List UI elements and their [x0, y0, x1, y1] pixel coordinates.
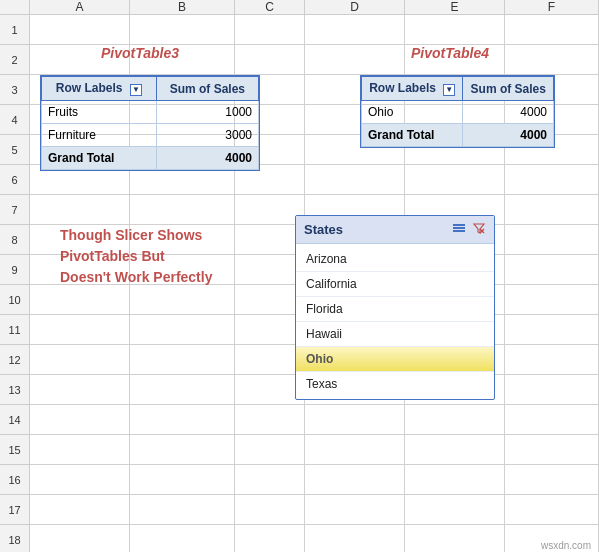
cell-16-A[interactable]: [30, 465, 130, 495]
cell-17-B[interactable]: [130, 495, 235, 525]
slicer-controls: [452, 221, 486, 238]
cell-7-F[interactable]: [505, 195, 599, 225]
cell-10-B[interactable]: [130, 285, 235, 315]
cell-1-E[interactable]: [405, 15, 505, 45]
row-num-1: 1: [0, 15, 30, 45]
cell-14-A[interactable]: [30, 405, 130, 435]
slicer-multiselect-icon[interactable]: [452, 221, 466, 238]
cell-6-F[interactable]: [505, 165, 599, 195]
pivot4-filter-icon[interactable]: ▼: [443, 84, 455, 96]
cell-7-B[interactable]: [130, 195, 235, 225]
slicer-item-texas[interactable]: Texas: [296, 372, 494, 396]
row-num-8: 8: [0, 225, 30, 255]
cell-2-C[interactable]: [235, 45, 305, 75]
cell-11-F[interactable]: [505, 315, 599, 345]
cell-10-F[interactable]: [505, 285, 599, 315]
cell-12-F[interactable]: [505, 345, 599, 375]
cell-18-E[interactable]: [405, 525, 505, 552]
cell-14-F[interactable]: [505, 405, 599, 435]
cell-18-D[interactable]: [305, 525, 405, 552]
col-header-a: A: [30, 0, 130, 14]
row-num-16: 16: [0, 465, 30, 495]
cell-18-C[interactable]: [235, 525, 305, 552]
pivot3-col-header-label[interactable]: Row Labels ▼: [42, 77, 157, 101]
cell-17-D[interactable]: [305, 495, 405, 525]
cell-17-F[interactable]: [505, 495, 599, 525]
cell-12-A[interactable]: [30, 345, 130, 375]
row-num-14: 14: [0, 405, 30, 435]
row-num-3: 3: [0, 75, 30, 105]
cell-18-A[interactable]: [30, 525, 130, 552]
pivot3-fruits-value: 1000: [156, 101, 258, 124]
cell-1-B[interactable]: [130, 15, 235, 45]
slicer-title: States: [304, 222, 343, 237]
row-num-15: 15: [0, 435, 30, 465]
cell-14-C[interactable]: [235, 405, 305, 435]
cell-15-E[interactable]: [405, 435, 505, 465]
row-num-18: 18: [0, 525, 30, 552]
cell-10-A[interactable]: [30, 285, 130, 315]
slicer: States: [295, 215, 495, 400]
cell-13-F[interactable]: [505, 375, 599, 405]
cell-6-D[interactable]: [305, 165, 405, 195]
slicer-item-arizona[interactable]: Arizona: [296, 247, 494, 272]
cell-15-D[interactable]: [305, 435, 405, 465]
cell-6-E[interactable]: [405, 165, 505, 195]
cell-9-F[interactable]: [505, 255, 599, 285]
row-num-13: 13: [0, 375, 30, 405]
cell-17-A[interactable]: [30, 495, 130, 525]
cell-15-F[interactable]: [505, 435, 599, 465]
row-num-2: 2: [0, 45, 30, 75]
svg-rect-0: [453, 224, 465, 226]
pivot3-title: PivotTable3: [40, 45, 240, 61]
cell-12-B[interactable]: [130, 345, 235, 375]
cell-1-D[interactable]: [305, 15, 405, 45]
cell-15-C[interactable]: [235, 435, 305, 465]
pivot4-row-labels-header: Row Labels: [369, 81, 436, 95]
cell-14-E[interactable]: [405, 405, 505, 435]
cell-17-E[interactable]: [405, 495, 505, 525]
cell-1-F[interactable]: [505, 15, 599, 45]
cell-16-C[interactable]: [235, 465, 305, 495]
pivot3-table: Row Labels ▼ Sum of Sales Fruits 1000 F: [40, 75, 260, 171]
slicer-item-hawaii[interactable]: Hawaii: [296, 322, 494, 347]
cell-16-D[interactable]: [305, 465, 405, 495]
cell-13-A[interactable]: [30, 375, 130, 405]
cell-8-F[interactable]: [505, 225, 599, 255]
slicer-header: States: [296, 216, 494, 244]
cell-11-A[interactable]: [30, 315, 130, 345]
cell-16-B[interactable]: [130, 465, 235, 495]
pivot4-grand-total-value: 4000: [463, 124, 554, 147]
cell-17-C[interactable]: [235, 495, 305, 525]
slicer-item-florida[interactable]: Florida: [296, 297, 494, 322]
cell-16-E[interactable]: [405, 465, 505, 495]
cell-13-B[interactable]: [130, 375, 235, 405]
cell-15-A[interactable]: [30, 435, 130, 465]
slicer-clear-filter-icon[interactable]: [472, 221, 486, 238]
cell-11-B[interactable]: [130, 315, 235, 345]
cell-16-F[interactable]: [505, 465, 599, 495]
spreadsheet: A B C D E F 1 2 3 4 5 6 7 8 9 10 11 12 1…: [0, 0, 599, 552]
pivot3-row-labels-header: Row Labels: [56, 81, 123, 95]
cell-7-A[interactable]: [30, 195, 130, 225]
cell-15-B[interactable]: [130, 435, 235, 465]
row-num-12: 12: [0, 345, 30, 375]
row-num-6: 6: [0, 165, 30, 195]
pivot3-grand-total-value: 4000: [156, 147, 258, 170]
slicer-item-california[interactable]: California: [296, 272, 494, 297]
pivot4-ohio-label: Ohio: [362, 101, 463, 124]
pivot4-col-header-label[interactable]: Row Labels ▼: [362, 77, 463, 101]
slicer-item-ohio[interactable]: Ohio: [296, 347, 494, 372]
pivot4-table: Row Labels ▼ Sum of Sales Ohio 4000 Gra: [360, 75, 555, 148]
col-header-e: E: [405, 0, 505, 14]
pivot3-grand-total-label: Grand Total: [42, 147, 157, 170]
cell-14-D[interactable]: [305, 405, 405, 435]
cell-1-C[interactable]: [235, 15, 305, 45]
pivot3-furniture-value: 3000: [156, 124, 258, 147]
pivot4-ohio-value: 4000: [463, 101, 554, 124]
cell-14-B[interactable]: [130, 405, 235, 435]
cell-18-B[interactable]: [130, 525, 235, 552]
pivot3-filter-icon[interactable]: ▼: [130, 84, 142, 96]
cell-1-A[interactable]: [30, 15, 130, 45]
corner-cell: [0, 0, 30, 14]
